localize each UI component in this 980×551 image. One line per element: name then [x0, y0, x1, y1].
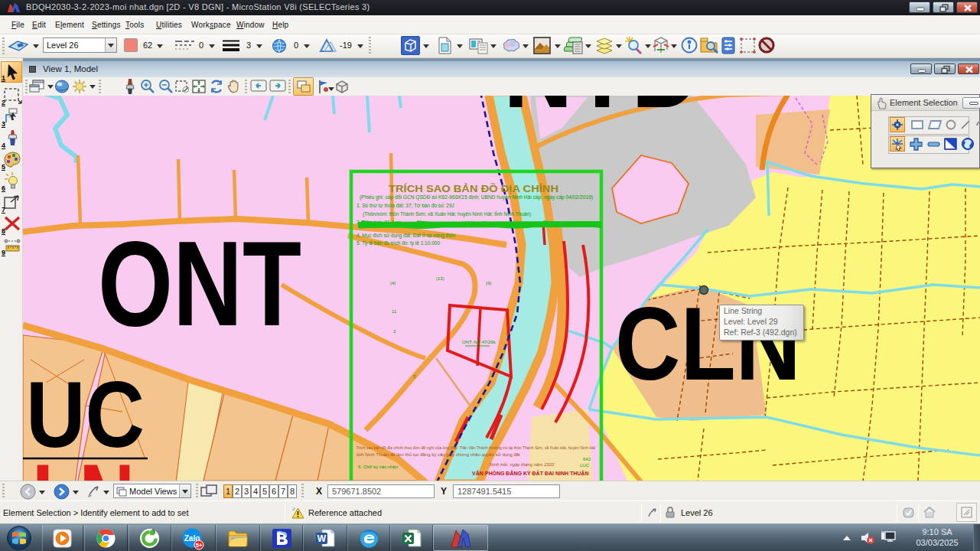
svg-text:4. Mục đích sử dụng đất: Đất ở: 4. Mục đích sử dụng đất: Đất ở tại nông …: [357, 232, 456, 239]
svg-text:(4): (4): [390, 281, 396, 285]
svg-text:(Phiếu ghi: cấp đổi GCN QSDĐ s: (Phiếu ghi: cấp đổi GCN QSDĐ số K62-96SK…: [360, 194, 593, 201]
svg-text:Ninh Hải, ngày tháng: Ninh Hải, ngày tháng năm 2020: [490, 462, 555, 467]
svg-text:(Thôn/xóm: thôn Thành Sơn; xã: (Thôn/xóm: thôn Thành Sơn; xã Xuân Hải; …: [363, 211, 531, 217]
svg-text:tỉnh Ninh Thuận để làm thủ tục: tỉnh Ninh Thuận để làm thủ tục đăng ký c…: [357, 452, 520, 457]
svg-text:LUC: LUC: [580, 463, 590, 468]
svg-text:ONT: NĐ 47/29k: ONT: NĐ 47/29k: [462, 340, 497, 344]
svg-text:Trích sao bản đồ địa chính the: Trích sao bản đồ địa chính theo đơn đề n…: [357, 445, 595, 450]
svg-text:11: 11: [392, 309, 397, 314]
svg-text:W: W: [317, 533, 327, 544]
svg-text:(13): (13): [436, 276, 444, 281]
svg-text:VĂN PHÒNG ĐĂNG KÝ ĐẤT ĐAI NINH: VĂN PHÒNG ĐĂNG KÝ ĐẤT ĐAI NINH THUẬN: [472, 469, 588, 476]
svg-text:5. Tỷ lệ bản đồ trích đo: tỷ: 5. Tỷ lệ bản đồ trích đo: tỷ lệ 1:10.000: [357, 240, 440, 246]
svg-text:LN: LN: [32, 440, 135, 481]
svg-text:5+: 5+: [196, 542, 203, 549]
svg-text:2.: 2.: [393, 329, 397, 334]
svg-text:(9): (9): [486, 281, 491, 285]
svg-text:642: 642: [583, 457, 591, 461]
svg-text:1. Số thứ tự thửa đất: 37; Tờ: 1. Số thứ tự thửa đất: 37; Tờ bản đồ số:…: [357, 202, 454, 208]
svg-text:CLN: CLN: [615, 286, 801, 402]
svg-text:NTD: NTD: [503, 96, 701, 132]
svg-text:6. Chữ ký xác nhận: 6. Chữ ký xác nhận: [358, 465, 398, 469]
svg-text:TRÍCH SAO BẢN ĐỒ ĐỊA CHÍNH: TRÍCH SAO BẢN ĐỒ ĐỊA CHÍNH: [389, 183, 558, 194]
svg-text:ONT: ONT: [98, 216, 301, 350]
